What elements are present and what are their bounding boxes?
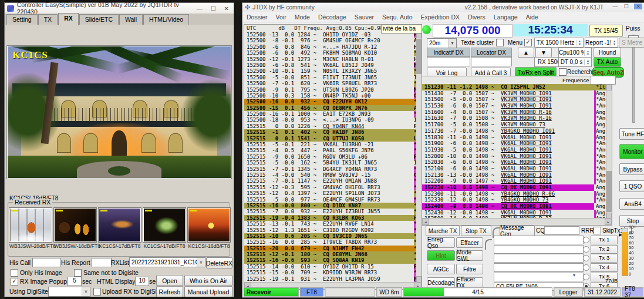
- hound-button[interactable]: Hound: [594, 48, 621, 58]
- frequence-rx-field[interactable]: [591, 76, 616, 85]
- tab-setting[interactable]: Setting: [6, 14, 38, 25]
- jtdx-titlebar[interactable]: ✣ JTDX by HF community v2.2.158 , deriva…: [242, 3, 644, 12]
- decodage-button[interactable]: Décodage: [427, 277, 455, 288]
- tab-tx[interactable]: TX: [38, 14, 58, 25]
- rx-thumbnail[interactable]: [9, 208, 52, 242]
- decode-row[interactable]: 152515 -4 0.5 447 ~ PA8L S56KFG JN76*S: [244, 147, 422, 153]
- who-is-on-air-button[interactable]: Who is On Air: [184, 275, 232, 286]
- tx-auto-button[interactable]: TX Auto: [594, 57, 621, 67]
- controller-titlebar[interactable]: Controller EasyS(Simple) ver 01B May 202…: [5, 3, 234, 14]
- band-activity-list[interactable]: UTC dB DT Frequ. Avg=0.05 Cpu=+0.98/2 15…: [244, 24, 422, 290]
- decode-row[interactable]: 152500 -5 -0.0 851 ~ F1IVT IZ3NUI JN65I: [244, 75, 422, 80]
- same-not-digisite-checkbox[interactable]: [74, 269, 82, 277]
- decode-row[interactable]: 152515 -12 0.4 1397 ~ E22UYH SP1LON JO73…: [244, 190, 422, 196]
- rx-decode-row[interactable]: 152330 -12 -0.0 1498 ~ YB4GKQ M0DHO 73*A…: [422, 197, 612, 203]
- main-photo[interactable]: KC1CS: [7, 46, 231, 179]
- decode-row[interactable]: 152500 -16 0.0 932 ~ CQ E22UYH OK12*T: [244, 99, 422, 105]
- tx-button-3[interactable]: Tx 3: [591, 254, 618, 263]
- decode-row[interactable]: 152500 -12 -0.1 1273 ~ M3CNC HA8LN R-01H: [244, 56, 422, 62]
- recherche-checkbox[interactable]: [559, 68, 567, 76]
- cpu-spinner[interactable]: Cpu100 %▲▼: [558, 48, 592, 58]
- decode-row[interactable]: 152500 -7 -0.1 620 ~ VK6IR SP8UEL RR73*P: [244, 80, 422, 86]
- tab-slide-etc[interactable]: Slide/ETC: [79, 14, 119, 25]
- rx-decode-row[interactable]: 151500 -5 -0.0 1507 ~ VK3VM M0DHO IO91*A…: [422, 96, 612, 103]
- minimize-icon[interactable]: —: [612, 4, 618, 9]
- tx-radio-2[interactable]: [583, 246, 589, 253]
- tx-button-4[interactable]: Tx 4: [591, 263, 618, 272]
- rx-thumbnail[interactable]: [99, 208, 141, 242]
- decode-row[interactable]: 152500 -16 -0.1 1000 ~ EA1T E72KB JN93*B: [244, 111, 422, 117]
- decode-row[interactable]: 152500 -6 0.0 492 ~ FK8HM SQ8MAQ KO10*P: [244, 50, 422, 56]
- scroll-up-icon[interactable]: [606, 84, 612, 90]
- close-icon[interactable]: ✕: [224, 5, 229, 12]
- stop-tx-button[interactable]: Stop TX: [461, 226, 491, 236]
- freq-down-button[interactable]: ▼: [535, 48, 552, 58]
- report-spinner[interactable]: Report -15▲▼: [585, 38, 618, 48]
- decode-row[interactable]: 152500 -6 0.8 846 ~ <...> HA7JDU R-12H: [244, 44, 422, 50]
- rx-decode-row[interactable]: 151600 -4 0.0 1507 ~ VK3VM M0DHO R-16Ang: [422, 109, 612, 116]
- decode-row[interactable]: 152515 -7 -0.1 1147 ~ E22UYH OM1AN JN88*…: [244, 178, 422, 184]
- decode-row[interactable]: 152500 -10 -0.1 159 ~ N0STL IK3XZY JN65*…: [244, 68, 422, 74]
- tab-rx[interactable]: RX: [58, 13, 79, 25]
- maximize-icon[interactable]: ☐: [211, 5, 216, 12]
- menu-d-codage[interactable]: Décodage: [314, 14, 350, 21]
- rx-decode-row[interactable]: 152430 -12 -0.0 1498 ~ VK6AL M0DHO IO91A…: [422, 210, 612, 216]
- tx-period-button[interactable]: TX 15/45: [589, 25, 623, 37]
- decode-row[interactable]: 152515 -10 0.6 205 ~ CQ IV3CID JN65*I: [244, 233, 422, 239]
- maximize-icon[interactable]: ☐: [623, 4, 628, 9]
- refresh-button[interactable]: Refresh: [156, 286, 183, 297]
- rx-image-popup-checkbox[interactable]: ✓: [11, 278, 18, 285]
- tx-button-2[interactable]: Tx 2: [591, 245, 618, 254]
- upload-rx-checkbox[interactable]: [93, 288, 101, 295]
- scroll-right-icon[interactable]: ►: [605, 219, 612, 225]
- tx-freq-spinner[interactable]: TX 1500 Hertz▲▼: [534, 38, 584, 48]
- decode-row[interactable]: 152500 -15 0.1 456 ~ CQ OE8RPK JN76A: [244, 105, 422, 111]
- tx-radio-4[interactable]: [583, 264, 589, 271]
- menu-aide[interactable]: Aide: [522, 14, 542, 21]
- rx-decode-row[interactable]: 152400 -9 0.0 1498 ~ CQ DX M0DHO IO91Ang: [422, 203, 612, 210]
- decode-row[interactable]: 152500 -10 0.3 158 ~ ON4BP TK5NJ +00C: [244, 93, 422, 99]
- popup-seconds-input[interactable]: 5: [68, 277, 82, 286]
- decode-row[interactable]: 152515 -16 -0.6 593 ~ CQ SQ8AA KN19*P: [244, 257, 422, 263]
- rx-decode-row[interactable]: 151230 -11 -1.2 1498 ~ CQ IZ5PNL JN52*It…: [422, 84, 612, 90]
- rx-decode-row[interactable]: 151630 -7 0.0 1508 ~ VK3VM M0DHO R-16*An…: [422, 115, 612, 122]
- decode-row[interactable]: 152515 -5 -0.0 977 ~ OE4MCF GM4SUF RR73*…: [244, 197, 422, 203]
- power-slider[interactable]: [632, 35, 635, 123]
- band-activity-vscrollbar[interactable]: [416, 32, 422, 283]
- rx-decode-row[interactable]: 152300 -11 -0.0 1498 ~ YB4GKQ M0DHO R-06…: [422, 191, 612, 197]
- decode-row[interactable]: 152500 -18 -0.0 953 ~ <...> IU3NPG -09I: [244, 117, 422, 123]
- rxlist-dropdown[interactable]: 202212231921031_KC1CS.jpg∨: [129, 257, 205, 267]
- marche-tx-button[interactable]: Marche TX: [426, 226, 460, 236]
- decode-row[interactable]: 152515 0 0.0 1226 ~ CQ YO4NF KN44R: [244, 123, 422, 129]
- decode-row[interactable]: 152515 -4 -0.0 540 ~ RM8W SV8JVJ -15G: [244, 172, 422, 178]
- tx-message-field-2[interactable]: [494, 245, 584, 254]
- tx-button-1[interactable]: Tx 1: [591, 236, 618, 244]
- menu-voir[interactable]: Voir: [272, 14, 291, 21]
- rx-decode-row[interactable]: 151700 -5 0.0 1508 ~ VK3VM M0DHO 73Ang: [422, 122, 612, 128]
- tx-radio-1[interactable]: [583, 237, 589, 243]
- tab-wall[interactable]: Wall: [119, 14, 143, 25]
- menu-checkbox[interactable]: ✓: [524, 39, 532, 46]
- texte-cluster-checkbox[interactable]: [496, 39, 504, 46]
- chevron-down-icon[interactable]: ▾: [573, 273, 575, 278]
- rx-decode-row[interactable]: 151730 -7 -0.0 1498 ~ YB4GKQ M0DHO IO91A…: [422, 128, 612, 135]
- tab-html-video[interactable]: HTML/Video: [143, 14, 189, 25]
- decode-row[interactable]: 152500 -9 0.1 795 ~ UT5UN LB9ZG JP20N: [244, 87, 422, 93]
- decode-row[interactable]: 152515 -12 1.3 1651 ~ C31BO R2GDV KO92*R: [244, 227, 422, 233]
- scroll-left-icon[interactable]: ◄: [422, 219, 429, 225]
- menu-sequ-auto[interactable]: Sequ. Auto: [378, 14, 416, 21]
- decode-row[interactable]: 152515 -7 0.0 932 ~ E22UYH IZ3BUI JN55*I: [244, 209, 422, 214]
- menu-dossier[interactable]: Dossier: [242, 14, 272, 21]
- message-gen-button[interactable]: Message Gen: [500, 226, 535, 236]
- sidebar-button-1-qso[interactable]: 1 QSO: [619, 180, 644, 192]
- menu-sauver[interactable]: Sauver: [350, 14, 378, 21]
- sidebar-button-tune-hf[interactable]: Tune HF: [619, 128, 644, 140]
- rx-decode-row[interactable]: 152100 -6 0.0 1498 ~ VK6AL M0DHO IO91*An…: [422, 166, 612, 172]
- tx-message-field-1[interactable]: [494, 236, 584, 244]
- rx-decode-row[interactable]: 151930 -5 0.0 1498 ~ VK6AL M0DHO IO91*An…: [422, 147, 612, 153]
- band-select[interactable]: 20m▾: [427, 38, 457, 48]
- rx-list-vscrollbar[interactable]: [606, 84, 612, 219]
- cq-input[interactable]: [544, 226, 579, 235]
- decode-row[interactable]: 152515 -7 -0.1 1345 ~ DG4ACF YO4NA RR73*…: [244, 166, 422, 172]
- decode-row[interactable]: 152515 -5 -0.0 162 ~ 5B4YU IK3JLT JN65I: [244, 160, 422, 166]
